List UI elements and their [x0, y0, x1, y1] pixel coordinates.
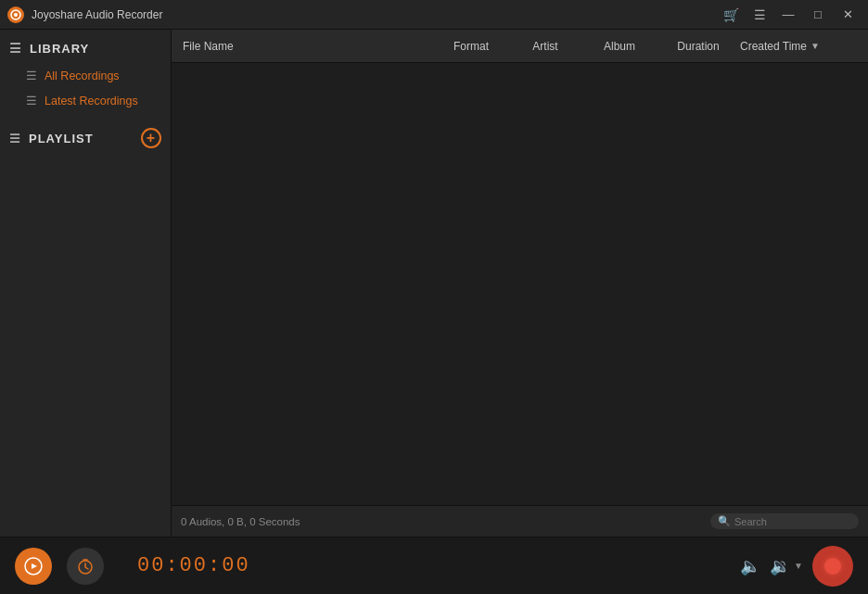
- main-layout: ☰ LIBRARY ☰ All Recordings ☰ Latest Reco…: [0, 30, 868, 537]
- all-recordings-label: All Recordings: [45, 70, 120, 82]
- playlist-menu-icon: ☰: [9, 132, 21, 145]
- window-controls: 🛒 ☰ — □ ✕: [718, 5, 861, 25]
- player-right-controls: 🔈 🔉 ▼: [740, 546, 853, 587]
- cart-icon[interactable]: 🛒: [718, 6, 745, 24]
- playlist-section-header: ☰ PLAYLIST +: [0, 120, 171, 156]
- volume-speaker-icon: 🔉: [770, 556, 790, 576]
- status-text: 0 Audios, 0 B, 0 Seconds: [181, 516, 710, 527]
- search-box[interactable]: 🔍: [710, 513, 859, 529]
- col-album: Album: [582, 40, 657, 53]
- col-artist: Artist: [508, 40, 582, 53]
- col-format: Format: [434, 40, 508, 53]
- all-recordings-icon: ☰: [26, 69, 37, 82]
- minimize-button[interactable]: —: [775, 5, 801, 25]
- close-button[interactable]: ✕: [835, 5, 861, 25]
- latest-recordings-label: Latest Recordings: [45, 95, 138, 107]
- app-logo: [7, 6, 24, 23]
- search-icon: 🔍: [718, 515, 731, 527]
- table-header: File Name Format Artist Album Duration C…: [172, 30, 868, 63]
- volume-control[interactable]: 🔉 ▼: [770, 556, 803, 576]
- record-button[interactable]: [812, 546, 853, 587]
- music-button[interactable]: [15, 548, 52, 585]
- timer-button[interactable]: [67, 548, 104, 585]
- library-menu-icon: ☰: [9, 41, 22, 56]
- menu-icon[interactable]: ☰: [748, 6, 772, 24]
- sidebar: ☰ LIBRARY ☰ All Recordings ☰ Latest Reco…: [0, 30, 172, 537]
- latest-recordings-icon: ☰: [26, 94, 37, 107]
- content-area: File Name Format Artist Album Duration C…: [172, 30, 868, 537]
- status-bar: 0 Audios, 0 B, 0 Seconds 🔍: [172, 505, 868, 537]
- player-bar: 00:00:00 🔈 🔉 ▼: [0, 537, 868, 594]
- col-duration: Duration: [657, 40, 740, 53]
- library-section-header: ☰ LIBRARY: [0, 33, 171, 63]
- title-bar: Joyoshare Audio Recorder 🛒 ☰ — □ ✕: [0, 0, 868, 30]
- svg-point-1: [14, 13, 18, 17]
- library-label: LIBRARY: [30, 42, 89, 56]
- col-created-time[interactable]: Created Time ▼: [740, 40, 861, 53]
- search-input[interactable]: [734, 516, 855, 527]
- playlist-label: PLAYLIST: [29, 132, 94, 145]
- sidebar-item-all-recordings[interactable]: ☰ All Recordings: [0, 63, 171, 88]
- volume-dropdown-icon: ▼: [794, 561, 803, 571]
- maximize-button[interactable]: □: [805, 5, 831, 25]
- volume-icon[interactable]: 🔈: [740, 556, 760, 576]
- col-filename: File Name: [179, 40, 434, 53]
- timer-display: 00:00:00: [119, 554, 725, 577]
- app-title: Joyoshare Audio Recorder: [32, 8, 718, 21]
- sidebar-item-latest-recordings[interactable]: ☰ Latest Recordings: [0, 88, 171, 113]
- recordings-table-body: [172, 63, 868, 505]
- created-time-label: Created Time: [740, 40, 807, 53]
- add-playlist-button[interactable]: +: [141, 128, 161, 148]
- sort-arrow-icon: ▼: [811, 41, 820, 51]
